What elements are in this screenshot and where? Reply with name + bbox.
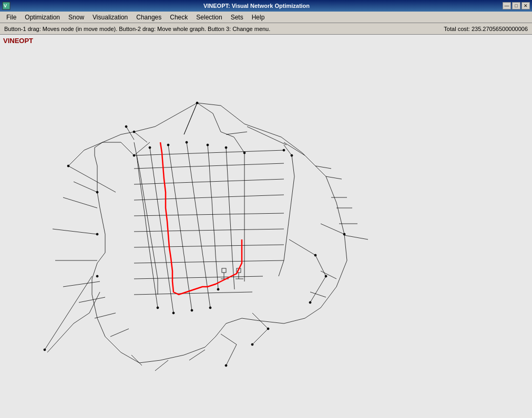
hint-text: Button-1 drag: Moves node (in move mode)… <box>4 26 270 32</box>
svg-point-151 <box>133 131 135 133</box>
menu-item-check[interactable]: Check <box>166 13 192 22</box>
svg-point-140 <box>96 275 98 277</box>
svg-point-125 <box>149 147 151 149</box>
total-cost: Total cost: 235.27056500000006 <box>444 26 528 32</box>
svg-point-133 <box>157 307 159 309</box>
svg-point-147 <box>225 364 227 367</box>
svg-point-128 <box>207 144 209 146</box>
svg-point-142 <box>314 254 316 256</box>
svg-rect-2 <box>0 50 532 402</box>
minimize-button[interactable]: — <box>503 2 511 9</box>
title-bar: V VINEOPT: Visual Network Optimization —… <box>0 0 532 12</box>
svg-point-149 <box>67 165 69 167</box>
svg-point-146 <box>251 343 253 346</box>
svg-point-150 <box>125 126 127 128</box>
network-graph[interactable] <box>0 35 532 418</box>
maximize-button[interactable]: □ <box>512 2 520 9</box>
menu-item-help[interactable]: Help <box>248 13 269 22</box>
svg-point-127 <box>186 141 188 143</box>
svg-point-130 <box>243 152 245 154</box>
svg-point-152 <box>196 102 198 104</box>
menu-item-file[interactable]: File <box>2 13 21 22</box>
status-top: Button-1 drag: Moves node (in move mode)… <box>0 23 532 35</box>
svg-point-124 <box>133 154 135 156</box>
main-content: VINEOPT <box>0 35 532 418</box>
svg-point-145 <box>267 328 269 330</box>
menu-item-visualization[interactable]: Visualization <box>88 13 132 22</box>
menu-item-sets[interactable]: Sets <box>227 13 248 22</box>
svg-point-143 <box>325 275 327 277</box>
close-button[interactable]: ✕ <box>521 2 530 9</box>
svg-point-131 <box>283 149 285 151</box>
svg-point-135 <box>191 309 193 311</box>
svg-point-138 <box>96 191 98 193</box>
svg-point-144 <box>309 301 311 304</box>
svg-point-139 <box>96 233 98 235</box>
svg-point-132 <box>291 154 293 156</box>
svg-point-137 <box>217 288 219 290</box>
menu-item-changes[interactable]: Changes <box>132 13 166 22</box>
svg-point-126 <box>167 144 169 146</box>
svg-point-141 <box>343 233 345 235</box>
svg-point-136 <box>209 307 211 309</box>
app-icon: V <box>2 2 11 10</box>
svg-point-134 <box>172 312 175 314</box>
window-controls: — □ ✕ <box>503 2 530 9</box>
window-title: VINEOPT: Visual Network Optimization <box>11 3 503 9</box>
canvas-area[interactable]: VINEOPT <box>0 35 532 418</box>
menu-item-optimization[interactable]: Optimization <box>21 13 64 22</box>
svg-text:V: V <box>4 3 7 8</box>
menu-item-selection[interactable]: Selection <box>192 13 226 22</box>
svg-point-148 <box>44 349 46 351</box>
menu-item-snow[interactable]: Snow <box>64 13 88 22</box>
menu-bar: FileOptimizationSnowVisualizationChanges… <box>0 12 532 23</box>
svg-point-129 <box>225 147 227 149</box>
